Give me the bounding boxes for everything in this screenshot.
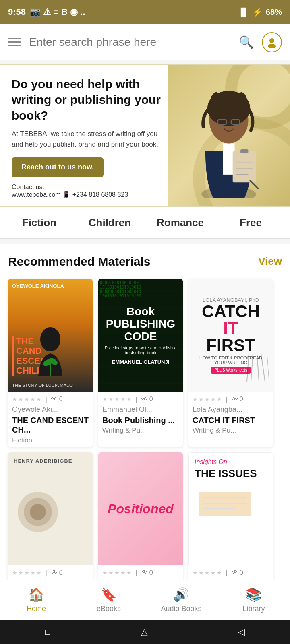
status-bar: 9:58 📷 ⚠ ≡ B ◉ .. ▐▌ ⚡ 68% (0, 0, 290, 24)
svg-point-0 (269, 38, 274, 43)
battery-icon: ⚡ (253, 7, 263, 17)
recent-apps-button[interactable]: □ (45, 627, 50, 637)
home-system-button[interactable]: △ (141, 627, 148, 637)
book5-cover-title: Positioned (108, 502, 174, 516)
home-icon: 🏠 (28, 587, 44, 602)
reach-out-button[interactable]: Reach out to us now. (12, 157, 104, 177)
book-genre-3: Writing & Pu... (193, 427, 269, 435)
banner-content: Do you need help with writing or publish… (0, 65, 174, 206)
search-button[interactable]: 🔍 (239, 35, 254, 49)
search-input[interactable] (29, 36, 231, 49)
book-grid-row1: OYEWOLE AKINOLA THECANDESCENTCHILD THE S… (8, 279, 282, 447)
book-title-2: Book Publishing ... (102, 415, 179, 425)
nav-library[interactable]: 📚 Library (218, 583, 290, 617)
nav-ebooks[interactable]: 🔖 eBooks (72, 583, 145, 617)
book-meta-1: ★★★ ★★ | 👁 0 Oyewole Aki... THE CAND ESC… (8, 392, 93, 447)
search-bar: 🔍 (0, 24, 290, 60)
promo-banner: Do you need help with writing or publish… (0, 64, 290, 207)
book-cover-4: HENRY ADERIBIGBE (8, 452, 93, 565)
system-nav-bar: □ △ ◁ (0, 620, 290, 644)
nav-audiobooks[interactable]: 🔊 Audio Books (145, 583, 218, 617)
nav-audiobooks-label: Audio Books (161, 605, 201, 613)
banner-contact: Contact us: www.tebeba.com 📱 +234 818 68… (12, 184, 163, 198)
signal-icon: ▐▌ (238, 8, 249, 17)
audiobooks-icon: 🔊 (173, 587, 189, 602)
book-title-3: CATCH IT FIRST (193, 415, 269, 425)
book-card-2[interactable]: 0100101010010100110100100101010010010100… (98, 279, 183, 447)
recommended-section: Recommended Materials View OYEWOLE AKINO… (0, 244, 290, 616)
menu-button[interactable] (8, 38, 21, 46)
section-header: Recommended Materials View (8, 254, 282, 269)
book-genre-1: Fiction (12, 436, 89, 444)
svg-point-15 (40, 327, 60, 351)
ebooks-icon: 🔖 (101, 587, 117, 602)
nav-home[interactable]: 🏠 Home (0, 583, 72, 617)
nav-library-label: Library (242, 605, 265, 613)
banner-title: Do you need help with writing or publish… (12, 76, 163, 123)
book-genre-2: Writing & Pu... (102, 427, 179, 435)
category-tabs: Fiction Children Romance Free (0, 207, 290, 239)
book-title-1: THE CAND ESCENT CH... (12, 415, 89, 435)
book-cover-5: Positioned (98, 452, 183, 565)
svg-point-1 (268, 44, 276, 48)
book-author-1: Oyewole Aki... (12, 405, 89, 414)
tab-children[interactable]: Children (75, 208, 145, 237)
book-card-3[interactable]: LOLA AYANGBAYI, PhD CATCH ITFIRST HOW TO… (188, 279, 273, 447)
library-icon: 📚 (246, 587, 262, 602)
profile-avatar[interactable] (262, 32, 282, 52)
svg-point-25 (30, 504, 46, 520)
banner-person-illustration (184, 73, 273, 198)
nav-ebooks-label: eBooks (97, 605, 121, 613)
book-cover-6: Insights On THE ISSUES (188, 452, 273, 565)
book-author-2: Emmanuel Ol... (102, 405, 179, 414)
view-all-link[interactable]: View (258, 255, 282, 268)
book-meta-3: ★★★ ★★ | 👁 0 Lola Ayangba... CATCH IT FI… (188, 392, 273, 437)
svg-rect-9 (233, 151, 256, 183)
book-cover-2: 0100101010010100110100100101010010010100… (98, 279, 183, 392)
section-title: Recommended Materials (8, 254, 150, 269)
svg-rect-26 (199, 492, 251, 516)
status-right: ▐▌ ⚡ 68% (238, 7, 282, 17)
tab-free[interactable]: Free (215, 208, 286, 237)
tab-fiction[interactable]: Fiction (4, 208, 75, 237)
bottom-navigation: 🏠 Home 🔖 eBooks 🔊 Audio Books 📚 Library (0, 580, 290, 620)
book-author-3: Lola Ayangba... (193, 405, 269, 414)
back-button[interactable]: ◁ (238, 627, 245, 637)
status-time: 9:58 (8, 7, 26, 17)
nav-home-label: Home (27, 605, 46, 613)
battery-level: 68% (266, 8, 282, 17)
book-meta-2: ★★★ ★★ | 👁 0 Emmanuel Ol... Book Publish… (98, 392, 183, 437)
banner-subtitle: At TEBEBA, we take the stress of writing… (12, 129, 163, 149)
svg-rect-10 (240, 149, 248, 153)
book-cover-1: OYEWOLE AKINOLA THECANDESCENTCHILD THE S… (8, 279, 93, 392)
status-left: 9:58 📷 ⚠ ≡ B ◉ .. (8, 7, 85, 17)
banner-image (168, 65, 290, 206)
book-cover-3: LOLA AYANGBAYI, PhD CATCH ITFIRST HOW TO… (188, 279, 273, 392)
status-icons: 📷 ⚠ ≡ B ◉ .. (30, 7, 85, 17)
tab-romance[interactable]: Romance (145, 208, 215, 237)
book-card-1[interactable]: OYEWOLE AKINOLA THECANDESCENTCHILD THE S… (8, 279, 93, 447)
